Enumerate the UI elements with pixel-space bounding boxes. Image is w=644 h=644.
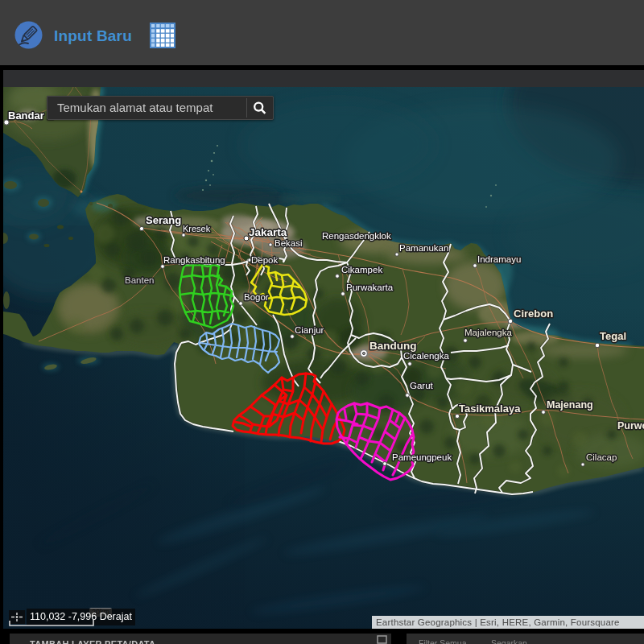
svg-text:Cikampek: Cikampek xyxy=(341,265,382,275)
svg-text:Cianjur: Cianjur xyxy=(295,325,324,335)
svg-text:Banten: Banten xyxy=(125,275,154,285)
svg-text:Depok: Depok xyxy=(251,255,278,265)
svg-text:Tegal: Tegal xyxy=(600,330,626,342)
svg-text:Jakarta: Jakarta xyxy=(249,226,287,238)
svg-text:Majalengka: Majalengka xyxy=(464,328,512,337)
svg-text:Bogor: Bogor xyxy=(244,292,269,302)
svg-text:Pamanukan: Pamanukan xyxy=(399,243,448,253)
svg-text:Serang: Serang xyxy=(146,214,181,226)
svg-text:Cirebon: Cirebon xyxy=(514,308,553,320)
svg-text:Bekasi: Bekasi xyxy=(275,238,303,248)
svg-text:Cilacap: Cilacap xyxy=(586,452,617,462)
svg-text:Garut: Garut xyxy=(410,381,434,390)
svg-text:Majenang: Majenang xyxy=(547,399,593,411)
svg-text:Tasikmalaya: Tasikmalaya xyxy=(459,402,521,415)
svg-text:Indramayu: Indramayu xyxy=(477,254,521,264)
svg-text:Kresek: Kresek xyxy=(183,224,211,233)
svg-text:Rangkasbitung: Rangkasbitung xyxy=(163,255,225,265)
svg-text:Purwakarta: Purwakarta xyxy=(346,283,394,292)
svg-text:Cicalengka: Cicalengka xyxy=(403,351,449,361)
svg-text:Pameungpeuk: Pameungpeuk xyxy=(392,452,452,462)
svg-text:Rengasdengklok: Rengasdengklok xyxy=(322,231,391,241)
svg-text:Purwok: Purwok xyxy=(617,420,644,431)
svg-text:Bandung: Bandung xyxy=(369,340,417,352)
